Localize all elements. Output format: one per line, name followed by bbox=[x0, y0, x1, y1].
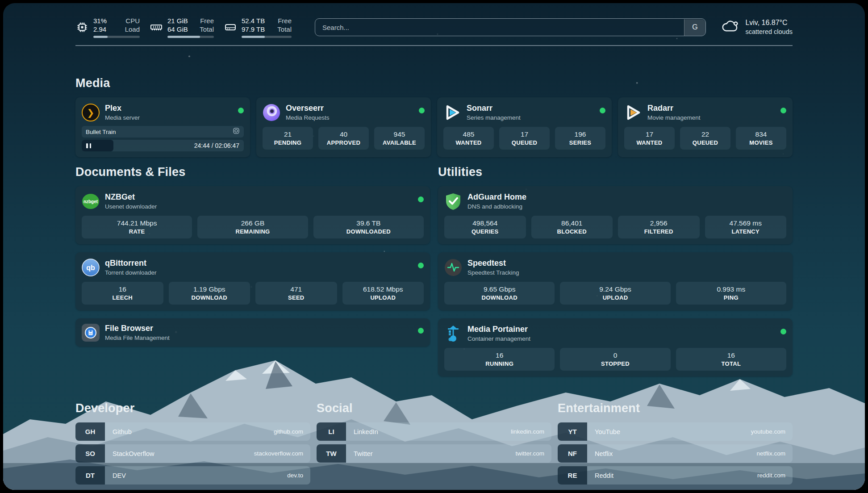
disk-total-label: Total bbox=[277, 25, 292, 33]
media-cards-row: ❯ Plex Media server Bullet Train bbox=[75, 97, 793, 157]
plex-subtitle: Media server bbox=[105, 114, 140, 121]
google-search-button[interactable]: G bbox=[684, 19, 705, 36]
bookmarks-entertainment: Entertainment YT YouTube youtube.com NF … bbox=[558, 401, 793, 485]
nzbget-subtitle: Usenet downloader bbox=[105, 203, 157, 210]
radarr-status-dot bbox=[780, 108, 786, 113]
section-heading-utilities: Utilities bbox=[438, 165, 793, 179]
bookmark-github[interactable]: GH Github github.com bbox=[75, 422, 310, 441]
radarr-card[interactable]: Radarr Movie management 17WANTED 22QUEUE… bbox=[618, 97, 793, 157]
section-heading-media: Media bbox=[75, 76, 793, 90]
qbittorrent-card[interactable]: qb qBittorrent Torrent downloader 16LEEC… bbox=[75, 252, 430, 310]
speedtest-card[interactable]: Speedtest Speedtest Tracking 9.65 GbpsDO… bbox=[438, 252, 793, 310]
section-heading-social: Social bbox=[317, 401, 551, 415]
sonarr-stat-wanted: 485WANTED bbox=[443, 127, 494, 150]
filebrowser-title: File Browser bbox=[105, 323, 170, 333]
qbittorrent-icon: qb bbox=[82, 259, 100, 276]
adguard-card[interactable]: AdGuard Home DNS and adblocking 498,564Q… bbox=[438, 186, 793, 244]
weather-condition: scattered clouds bbox=[745, 27, 793, 37]
reddit-abbr-badge: RE bbox=[558, 466, 587, 485]
plex-now-playing-row: Bullet Train bbox=[82, 126, 244, 138]
bookmark-twitter[interactable]: TW Twitter twitter.com bbox=[317, 444, 551, 463]
cpu-load-value: 2.94 bbox=[93, 25, 107, 33]
qbittorrent-stat-seed: 471SEED bbox=[255, 282, 337, 305]
filebrowser-status-dot bbox=[418, 328, 424, 334]
nzbget-card[interactable]: nzbget NZBGet Usenet downloader 744.21 M… bbox=[75, 186, 430, 244]
documents-column: Documents & Files nzbget NZBGet Usenet d bbox=[75, 165, 430, 347]
bookmarks-social: Social LI LinkedIn linkedin.com TW Twitt… bbox=[317, 401, 551, 485]
cpu-usage-label: CPU bbox=[125, 17, 140, 25]
bookmark-dev[interactable]: DT DEV dev.to bbox=[75, 466, 310, 485]
memory-progress-fill bbox=[167, 36, 200, 38]
nzbget-stat-rate: 744.21 MbpsRATE bbox=[82, 216, 192, 238]
portainer-card[interactable]: Media Portainer Container management 16R… bbox=[438, 318, 793, 376]
portainer-stat-running: 16RUNNING bbox=[444, 348, 555, 371]
speedtest-stat-download: 9.65 GbpsDOWNLOAD bbox=[444, 282, 555, 305]
memory-total-value: 64 GiB bbox=[167, 25, 188, 33]
plex-title: Plex bbox=[105, 103, 140, 113]
disk-widget: 52.4 TB 97.9 TB Free Total bbox=[224, 17, 292, 38]
bookmark-netflix[interactable]: NF Netflix netflix.com bbox=[558, 444, 793, 463]
speedtest-subtitle: Speedtest Tracking bbox=[467, 269, 519, 276]
radarr-stat-wanted: 17WANTED bbox=[624, 127, 675, 150]
cpu-progress-bar bbox=[93, 36, 140, 38]
bookmarks-developer: Developer GH Github github.com SO StackO… bbox=[75, 401, 310, 485]
section-heading-entertainment: Entertainment bbox=[558, 401, 793, 415]
disk-total-value: 97.9 TB bbox=[242, 25, 265, 33]
plex-playback-progress: 24:44 / 02:06:47 bbox=[82, 140, 244, 151]
portainer-stat-total: 16TOTAL bbox=[676, 348, 786, 371]
cloud-icon bbox=[721, 19, 740, 35]
sonarr-card[interactable]: Sonarr Series management 485WANTED 17QUE… bbox=[437, 97, 612, 157]
youtube-abbr-badge: YT bbox=[558, 422, 587, 441]
bookmark-youtube[interactable]: YT YouTube youtube.com bbox=[558, 422, 793, 441]
adguard-subtitle: DNS and adblocking bbox=[467, 203, 526, 210]
cpu-load-label: Load bbox=[125, 25, 140, 33]
svg-text:qb: qb bbox=[86, 264, 95, 272]
sonarr-stat-series: 196SERIES bbox=[555, 127, 605, 150]
section-heading-developer: Developer bbox=[75, 401, 310, 415]
cpu-icon bbox=[75, 21, 89, 34]
cpu-usage-value: 31% bbox=[93, 17, 107, 25]
search-box: G bbox=[315, 18, 706, 36]
plex-now-playing-title: Bullet Train bbox=[86, 129, 116, 135]
speedtest-icon bbox=[444, 259, 462, 276]
plex-icon: ❯ bbox=[82, 104, 100, 121]
github-abbr-badge: GH bbox=[75, 422, 105, 441]
weather-widget: Lviv, 16.87°C scattered clouds bbox=[721, 18, 793, 37]
utilities-column: Utilities AdGuard bbox=[438, 165, 793, 376]
radarr-title: Radarr bbox=[647, 103, 701, 113]
nzbget-status-dot bbox=[418, 196, 424, 202]
speedtest-stat-ping: 0.993 msPING bbox=[676, 282, 786, 305]
sonarr-subtitle: Series management bbox=[467, 114, 521, 121]
bookmark-stackoverflow[interactable]: SO StackOverflow stackoverflow.com bbox=[75, 444, 310, 463]
qbittorrent-stat-leech: 16LEECH bbox=[82, 282, 163, 305]
dashboard-frame: 31% 2.94 CPU Load bbox=[3, 3, 865, 490]
nzbget-icon: nzbget bbox=[82, 192, 100, 210]
portainer-status-dot bbox=[780, 329, 786, 334]
nzbget-title: NZBGet bbox=[105, 192, 157, 202]
adguard-stat-filtered: 2,956FILTERED bbox=[618, 216, 700, 238]
pause-icon bbox=[86, 143, 91, 148]
adguard-stat-blocked: 86,401BLOCKED bbox=[531, 216, 613, 238]
portainer-stat-stopped: 0STOPPED bbox=[560, 348, 670, 371]
speedtest-stat-upload: 9.24 GbpsUPLOAD bbox=[560, 282, 670, 305]
filebrowser-subtitle: Media File Management bbox=[105, 334, 170, 342]
dev-abbr-badge: DT bbox=[75, 466, 105, 485]
topbar-divider bbox=[75, 45, 793, 46]
weather-location-temp: Lviv, 16.87°C bbox=[745, 18, 793, 27]
overseerr-stat-pending: 21PENDING bbox=[263, 127, 313, 150]
disk-free-value: 52.4 TB bbox=[242, 17, 265, 25]
filebrowser-card[interactable]: File Browser Media File Management bbox=[75, 318, 430, 347]
adguard-title: AdGuard Home bbox=[467, 192, 526, 202]
bookmark-linkedin[interactable]: LI LinkedIn linkedin.com bbox=[317, 422, 551, 441]
qbittorrent-stat-download: 1.19 GbpsDOWNLOAD bbox=[169, 282, 250, 305]
memory-free-value: 21 GiB bbox=[167, 17, 188, 25]
overseerr-status-dot bbox=[419, 108, 425, 113]
memory-free-label: Free bbox=[200, 17, 214, 25]
portainer-subtitle: Container management bbox=[467, 335, 530, 343]
search-input[interactable] bbox=[315, 18, 706, 36]
netflix-abbr-badge: NF bbox=[558, 444, 587, 463]
plex-card[interactable]: ❯ Plex Media server Bullet Train bbox=[75, 97, 250, 157]
bookmark-reddit[interactable]: RE Reddit reddit.com bbox=[558, 466, 793, 485]
overseerr-card[interactable]: Overseerr Media Requests 21PENDING 40APP… bbox=[256, 97, 431, 157]
view-session-icon[interactable] bbox=[233, 127, 240, 136]
